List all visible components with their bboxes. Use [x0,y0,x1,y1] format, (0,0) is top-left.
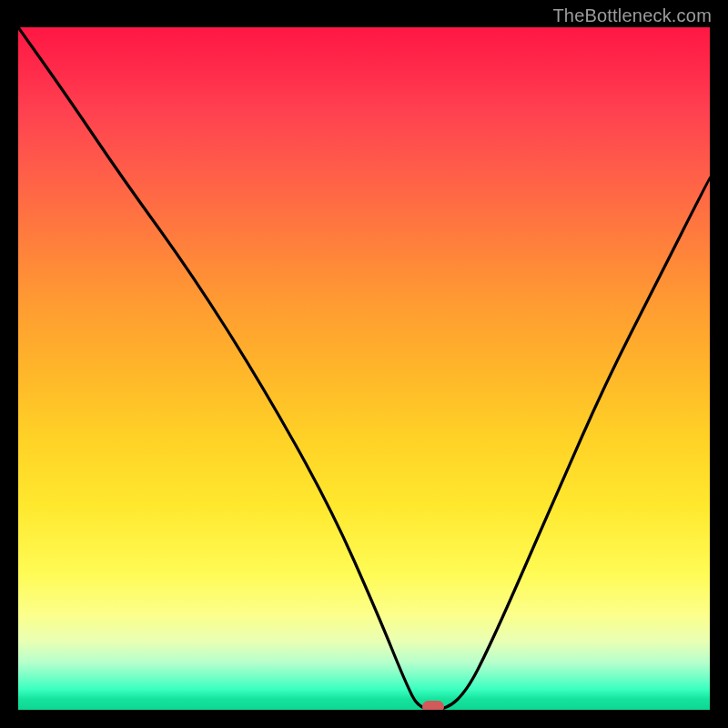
plot-area [18,27,710,710]
chart-frame: TheBottleneck.com [0,0,728,728]
bottleneck-curve [18,27,710,710]
minimum-marker [422,701,444,710]
watermark-text: TheBottleneck.com [552,5,712,26]
